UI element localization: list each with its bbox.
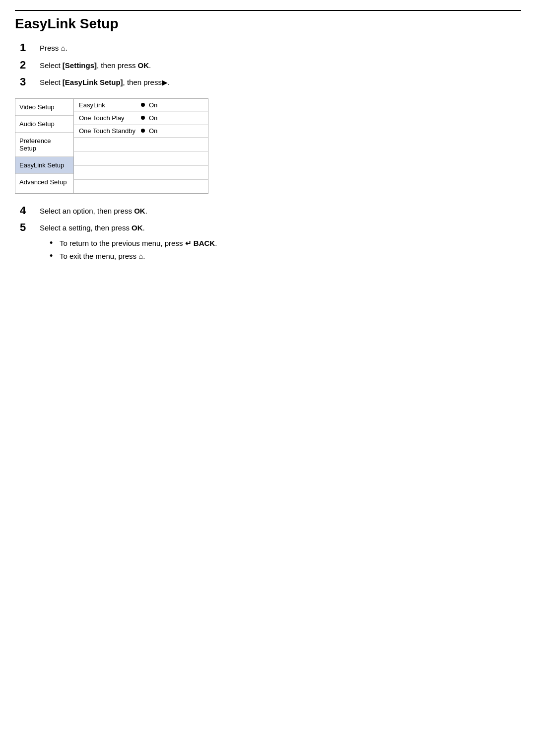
home-icon: ⌂ — [61, 44, 66, 52]
sidebar-item-audio-setup: Audio Setup — [15, 116, 73, 133]
step-2-settings: [Settings] — [63, 61, 97, 70]
content-empty-1 — [74, 138, 208, 151]
step-1-text: Press ⌂. — [40, 41, 67, 54]
step-3-text: Select [EasyLink Setup], then press▶. — [40, 75, 169, 88]
sidebar-item-video-setup: Video Setup — [15, 99, 73, 116]
step-5-number: 5 — [20, 221, 40, 235]
bullet-dot-1: • — [50, 238, 60, 249]
easylink-option-name: EasyLink — [79, 101, 141, 109]
easylink-row: EasyLink On — [74, 99, 208, 112]
step-1: 1 Press ⌂. — [20, 41, 521, 55]
content-empty-4 — [74, 179, 208, 193]
bullet-item-back: • To return to the previous menu, press … — [50, 238, 521, 249]
bullet-dot-2: • — [50, 251, 60, 262]
sidebar-item-preference-setup: Preference Setup — [15, 133, 73, 157]
bullet-list: • To return to the previous menu, press … — [50, 238, 521, 262]
content-empty-3 — [74, 165, 208, 179]
back-label: BACK — [192, 239, 215, 247]
step-2: 2 Select [Settings], then press OK. — [20, 58, 521, 73]
easylink-value-text: On — [149, 101, 157, 109]
bullet-back-text: To return to the previous menu, press ↵ … — [60, 238, 217, 249]
step-5: 5 Select a setting, then press OK. — [20, 221, 521, 235]
sidebar-item-advanced-setup: Advanced Setup — [15, 174, 73, 190]
step-3-number: 3 — [20, 75, 40, 89]
one-touch-play-value-text: On — [149, 114, 157, 122]
step-2-text: Select [Settings], then press OK. — [40, 58, 151, 72]
step-3-easylink: [EasyLink Setup] — [63, 78, 123, 86]
step-2-number: 2 — [20, 58, 40, 73]
one-touch-play-row: One Touch Play On — [74, 112, 208, 125]
menu-table: Video Setup Audio Setup Preference Setup… — [15, 98, 208, 194]
menu-sidebar: Video Setup Audio Setup Preference Setup… — [15, 99, 74, 193]
one-touch-standby-name: One Touch Standby — [79, 127, 141, 135]
one-touch-standby-dot — [141, 129, 145, 133]
arrow-right-icon: ▶ — [162, 78, 167, 86]
one-touch-standby-value: On — [141, 127, 157, 135]
step-4-text: Select an option, then press OK. — [40, 204, 147, 217]
step-3: 3 Select [EasyLink Setup], then press▶. — [20, 75, 521, 89]
step-2-ok: OK — [138, 61, 149, 70]
lower-steps-section: 4 Select an option, then press OK. 5 Sel… — [20, 204, 521, 262]
back-icon: ↵ — [185, 239, 192, 247]
one-touch-standby-row: One Touch Standby On — [74, 125, 208, 137]
one-touch-standby-value-text: On — [149, 127, 157, 135]
easylink-options-section: EasyLink On One Touch Play On One Touch … — [74, 99, 208, 138]
step-5-ok: OK — [132, 224, 143, 232]
one-touch-play-dot — [141, 116, 145, 120]
easylink-dot — [141, 103, 145, 107]
menu-content: EasyLink On One Touch Play On One Touch … — [74, 99, 208, 193]
sidebar-item-easylink-setup: EasyLink Setup — [15, 157, 73, 174]
one-touch-play-value: On — [141, 114, 157, 122]
page-title: EasyLink Setup — [15, 10, 521, 32]
step-4-number: 4 — [20, 204, 40, 218]
steps-section: 1 Press ⌂. 2 Select [Settings], then pre… — [20, 41, 521, 89]
step-5-text: Select a setting, then press OK. — [40, 221, 145, 234]
bullet-item-home: • To exit the menu, press ⌂. — [50, 251, 521, 262]
content-empty-2 — [74, 151, 208, 165]
one-touch-play-name: One Touch Play — [79, 114, 141, 122]
step-4-ok: OK — [134, 207, 145, 215]
step-1-number: 1 — [20, 41, 40, 55]
easylink-option-value: On — [141, 101, 157, 109]
home-icon-2: ⌂ — [138, 252, 143, 260]
step-4: 4 Select an option, then press OK. — [20, 204, 521, 218]
bullet-home-text: To exit the menu, press ⌂. — [60, 251, 145, 262]
